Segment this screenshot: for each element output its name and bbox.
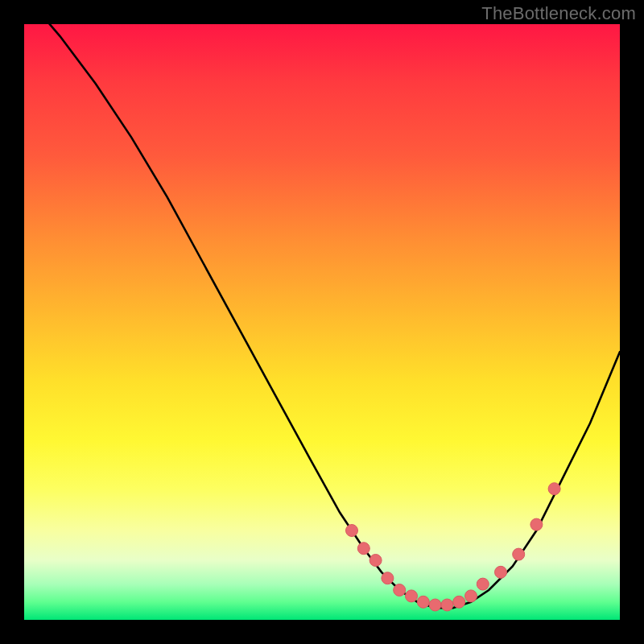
- curve-marker: [465, 590, 477, 602]
- curve-marker: [513, 548, 525, 560]
- watermark-text: TheBottleneck.com: [481, 3, 636, 24]
- curve-marker: [346, 525, 358, 537]
- chart-frame: TheBottleneck.com: [0, 0, 644, 644]
- curve-marker: [495, 566, 507, 578]
- curve-marker: [441, 599, 453, 611]
- plot-area: [24, 24, 620, 620]
- curve-marker: [548, 483, 560, 495]
- bottleneck-curve: [24, 24, 620, 608]
- curve-marker: [357, 543, 369, 555]
- curve-marker: [382, 572, 394, 584]
- curve-marker: [429, 599, 441, 611]
- curve-marker: [394, 584, 406, 597]
- curve-marker: [417, 596, 429, 608]
- marker-group: [346, 483, 561, 611]
- chart-svg: [24, 24, 620, 620]
- curve-marker: [406, 590, 418, 602]
- curve-marker: [369, 555, 382, 567]
- curve-marker: [530, 518, 543, 530]
- curve-marker: [453, 596, 465, 608]
- curve-marker: [477, 578, 489, 590]
